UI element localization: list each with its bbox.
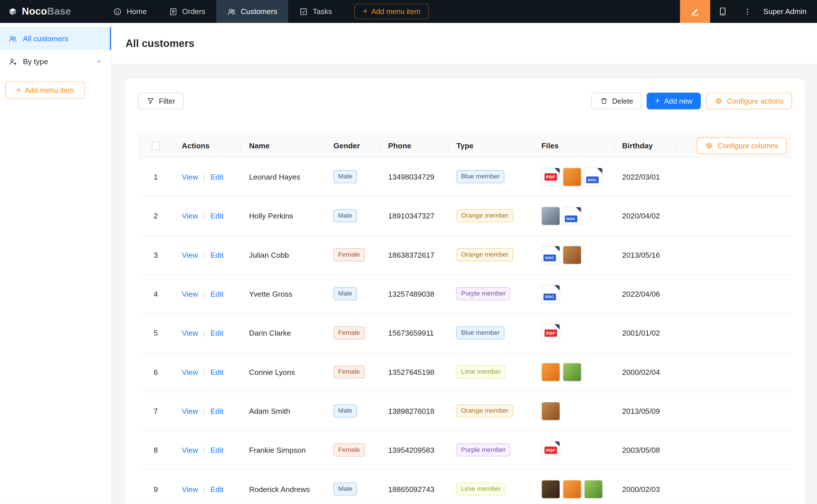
user-name[interactable]: Super Admin <box>760 7 817 15</box>
phone-cell: 13954209583 <box>380 430 448 469</box>
customers-table: Actions Name Gender Phone Type Files Bir… <box>138 134 792 504</box>
sidebar-item-all-customers[interactable]: All customers <box>0 27 111 50</box>
image-file-thumbnail[interactable] <box>563 363 581 381</box>
add-menu-item-label: Add menu item <box>25 86 74 94</box>
configure-actions-button[interactable]: Configure actions <box>706 93 792 109</box>
edit-link[interactable]: Edit <box>211 251 223 259</box>
configure-columns-label: Configure columns <box>718 141 778 150</box>
view-link[interactable]: View <box>182 407 198 415</box>
cube-icon <box>8 7 17 16</box>
image-file-thumbnail[interactable] <box>541 480 560 498</box>
view-link[interactable]: View <box>182 329 198 337</box>
files-cell: PDFDOC <box>533 157 614 196</box>
view-link[interactable]: View <box>182 212 198 220</box>
row-actions-cell: View|Edit <box>173 469 241 504</box>
nav-item-orders[interactable]: Orders <box>158 0 216 23</box>
view-link[interactable]: View <box>182 251 198 259</box>
pdf-file-thumbnail[interactable]: PDF <box>541 441 560 459</box>
add-new-button[interactable]: + Add new <box>647 93 701 109</box>
doc-file-thumbnail[interactable]: DOC <box>541 284 560 303</box>
gender-tag: Male <box>333 404 357 417</box>
action-divider: | <box>203 407 205 415</box>
edit-link[interactable]: Edit <box>211 446 223 454</box>
view-link[interactable]: View <box>182 173 198 181</box>
view-link[interactable]: View <box>182 290 198 298</box>
mobile-preview-button[interactable] <box>710 0 735 23</box>
gender-cell: Male <box>325 469 380 504</box>
pdf-file-thumbnail[interactable]: PDF <box>541 324 560 342</box>
nav-item-tasks[interactable]: Tasks <box>288 0 343 23</box>
nocobase-logo[interactable]: NocoBase <box>0 0 102 23</box>
action-divider: | <box>203 329 205 337</box>
row-actions-cell: View|Edit <box>173 430 241 469</box>
view-link[interactable]: View <box>182 368 198 376</box>
name-cell: Leonard Hayes <box>241 157 325 196</box>
highlighter-icon <box>690 7 700 16</box>
filter-button[interactable]: Filter <box>138 93 183 109</box>
view-link[interactable]: View <box>182 446 198 454</box>
phone-cell: 18865092743 <box>380 469 448 504</box>
pdf-label: PDF <box>544 329 557 336</box>
ui-editor-toggle-button[interactable] <box>680 0 710 23</box>
gender-tag: Male <box>333 483 357 495</box>
configure-columns-button[interactable]: Configure columns <box>697 137 787 154</box>
file-thumbnail-group <box>541 363 605 381</box>
type-cell: Purple member <box>448 430 533 469</box>
image-file-thumbnail[interactable] <box>541 206 560 225</box>
type-cell: Blue member <box>448 157 533 196</box>
phone-cell: 18910347327 <box>380 196 448 235</box>
column-header-phone: Phone <box>380 134 448 157</box>
doc-file-thumbnail[interactable]: DOC <box>563 206 581 225</box>
pdf-file-thumbnail[interactable]: PDF <box>541 167 560 186</box>
gender-tag: Female <box>333 248 364 261</box>
edit-link[interactable]: Edit <box>211 368 223 376</box>
image-file-thumbnail[interactable] <box>541 401 560 420</box>
action-divider: | <box>203 446 205 454</box>
image-file-thumbnail[interactable] <box>563 167 581 186</box>
view-link[interactable]: View <box>182 485 198 493</box>
toolbar-right-group: Delete + Add new Con <box>591 93 792 109</box>
birthday-cell: 2020/04/02 <box>614 196 676 235</box>
type-cell: Orange member <box>448 235 533 274</box>
more-menu-button[interactable] <box>735 0 760 23</box>
file-thumbnail-group: PDF <box>541 441 605 459</box>
edit-link[interactable]: Edit <box>211 212 223 220</box>
edit-link[interactable]: Edit <box>211 329 223 337</box>
doc-label: DOC <box>543 293 556 300</box>
doc-file-thumbnail[interactable]: DOC <box>541 245 560 264</box>
plus-icon: + <box>16 86 21 94</box>
nav-item-customers[interactable]: Customers <box>216 0 288 23</box>
image-file-thumbnail[interactable] <box>563 245 581 264</box>
table-toolbar: Filter Delete + Add new <box>138 93 792 109</box>
delete-label: Delete <box>612 97 633 105</box>
type-tag: Lime member <box>456 483 506 495</box>
select-all-checkbox[interactable] <box>152 142 160 150</box>
image-file-thumbnail[interactable] <box>541 363 560 381</box>
files-cell: PDF <box>533 313 614 352</box>
row-actions-cell: View|Edit <box>173 313 241 352</box>
sidebar-item-by-type[interactable]: By type <box>0 50 111 73</box>
action-divider: | <box>203 290 205 298</box>
table-row: 7View|EditAdam SmithMale13898276018Orang… <box>138 391 792 430</box>
edit-link[interactable]: Edit <box>211 290 223 298</box>
image-file-thumbnail[interactable] <box>563 480 581 498</box>
plus-icon: + <box>655 97 660 105</box>
row-index-cell: 7 <box>138 391 174 430</box>
column-header-type: Type <box>448 134 533 157</box>
column-header-gender: Gender <box>325 134 380 157</box>
image-file-thumbnail[interactable] <box>584 480 603 498</box>
action-divider: | <box>203 251 205 259</box>
nav-item-home[interactable]: Home <box>102 0 158 23</box>
row-trailing-cell <box>676 235 792 274</box>
doc-file-thumbnail[interactable]: DOC <box>584 167 603 186</box>
column-header-files: Files <box>533 134 614 157</box>
table-row: 5View|EditDarin ClarkeFemale15673659911B… <box>138 313 792 352</box>
add-menu-item-button-topnav[interactable]: + Add menu item <box>354 4 429 19</box>
doc-label: DOC <box>565 215 577 222</box>
edit-link[interactable]: Edit <box>211 173 223 181</box>
edit-link[interactable]: Edit <box>211 407 223 415</box>
delete-button[interactable]: Delete <box>591 93 642 109</box>
add-menu-item-button-sidebar[interactable]: + Add menu item <box>5 81 85 99</box>
edit-link[interactable]: Edit <box>211 485 223 493</box>
page-fold <box>554 168 559 173</box>
